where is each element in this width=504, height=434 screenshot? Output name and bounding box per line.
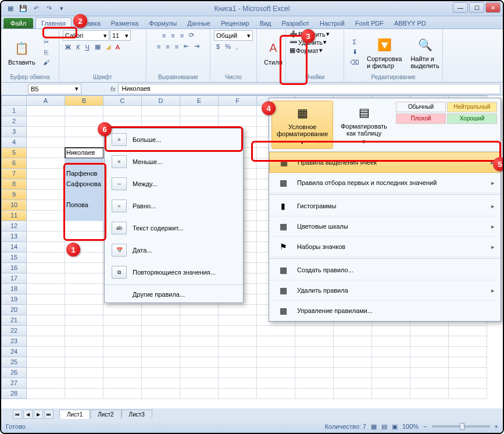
row-header[interactable]: 19	[1, 294, 27, 305]
comma-icon[interactable]: ,	[234, 42, 240, 51]
zoom-out-icon[interactable]: −	[423, 423, 427, 430]
cell[interactable]	[142, 106, 180, 116]
cell[interactable]	[27, 315, 65, 326]
tab-abbyy[interactable]: ABBYY PD	[389, 18, 431, 29]
cell[interactable]	[372, 347, 410, 357]
cell[interactable]	[65, 232, 103, 242]
conditional-formatting-button[interactable]: ▦ Условное форматирование▾	[271, 101, 333, 149]
cf-iconsets[interactable]: ⚑ Наборы значков ▸	[269, 237, 501, 257]
cell[interactable]	[410, 357, 449, 368]
view-layout-icon[interactable]: ▤	[381, 423, 387, 431]
tab-developer[interactable]: Разработ	[277, 18, 314, 29]
cell[interactable]	[180, 368, 219, 378]
cell[interactable]	[65, 347, 103, 357]
cell[interactable]	[180, 357, 219, 368]
cell[interactable]	[65, 389, 103, 399]
border-button[interactable]: ▦	[92, 42, 103, 52]
cell[interactable]	[257, 368, 295, 378]
cell[interactable]	[410, 378, 449, 389]
paste-button[interactable]: 📋 Вставить	[5, 38, 39, 67]
copy-icon[interactable]: ⎘	[41, 48, 52, 57]
cell[interactable]	[219, 326, 257, 336]
styles-button[interactable]: A Стили	[260, 38, 286, 67]
tab-layout[interactable]: Разметка	[106, 18, 144, 29]
cell[interactable]	[295, 357, 334, 368]
row-header[interactable]: 4	[1, 137, 27, 148]
cf-manage-rules[interactable]: ▦ Управление правилами...	[269, 301, 501, 321]
cell[interactable]: Парфенов	[65, 169, 103, 179]
cell[interactable]	[334, 357, 372, 368]
cell[interactable]	[27, 326, 65, 336]
cell[interactable]	[142, 336, 180, 347]
cell[interactable]	[27, 284, 65, 294]
cell[interactable]	[27, 211, 65, 221]
cell[interactable]	[65, 357, 103, 368]
cell[interactable]	[27, 190, 65, 200]
tab-foxit[interactable]: Foxit PDF	[350, 18, 389, 29]
cell[interactable]	[449, 326, 487, 336]
row-header[interactable]: 22	[1, 326, 27, 336]
cell[interactable]	[27, 378, 65, 389]
cell[interactable]	[334, 389, 372, 399]
currency-icon[interactable]: $	[214, 42, 222, 51]
cell[interactable]	[65, 263, 103, 273]
cell[interactable]	[27, 263, 65, 273]
cell[interactable]	[410, 347, 449, 357]
cell[interactable]	[103, 326, 142, 336]
cell[interactable]	[65, 294, 103, 305]
align-top-icon[interactable]: ≡	[160, 31, 168, 40]
cell[interactable]	[142, 368, 180, 378]
row-header[interactable]: 9	[1, 190, 27, 200]
formula-bar[interactable]: Николаев	[118, 84, 501, 94]
row-header[interactable]: 28	[1, 389, 27, 399]
cell[interactable]	[65, 106, 103, 116]
tab-view[interactable]: Вид	[255, 18, 277, 29]
cell[interactable]	[219, 389, 257, 399]
cell[interactable]	[65, 378, 103, 389]
cf-databars[interactable]: ▮ Гистограммы ▸	[269, 196, 501, 216]
cell[interactable]	[295, 336, 334, 347]
row-header[interactable]: 27	[1, 378, 27, 389]
cell[interactable]	[372, 326, 410, 336]
cell[interactable]	[219, 336, 257, 347]
cell[interactable]	[142, 315, 180, 326]
fill-color-button[interactable]: ◢	[103, 42, 113, 52]
cell[interactable]	[180, 315, 219, 326]
cell[interactable]	[449, 347, 487, 357]
cell[interactable]	[27, 158, 65, 169]
cell[interactable]	[27, 127, 65, 137]
close-button[interactable]: ✕	[485, 2, 501, 13]
cell[interactable]	[219, 116, 257, 127]
cell[interactable]	[334, 347, 372, 357]
cell[interactable]	[295, 326, 334, 336]
cf-top-rules[interactable]: ▦ Правила отбора первых и последних знач…	[269, 173, 501, 193]
cell[interactable]	[103, 336, 142, 347]
sheet-prev-icon[interactable]: ◀	[23, 410, 33, 419]
cell[interactable]	[180, 305, 219, 315]
indent-increase-icon[interactable]: ⇥	[192, 41, 202, 51]
zoom-slider[interactable]	[432, 425, 490, 428]
cell[interactable]	[449, 336, 487, 347]
undo-icon[interactable]: ↶	[30, 3, 42, 15]
cell[interactable]	[27, 200, 65, 211]
rule-duplicate[interactable]: ⧉Повторяющиеся значения...	[105, 261, 243, 283]
sort-filter-button[interactable]: 🔽 Сортировка и фильтр	[363, 34, 405, 70]
cell[interactable]	[142, 378, 180, 389]
cell[interactable]	[27, 357, 65, 368]
cell[interactable]: Николаев	[65, 148, 103, 158]
align-left-icon[interactable]: ≡	[155, 42, 163, 51]
row-header[interactable]: 26	[1, 368, 27, 378]
cell[interactable]	[27, 368, 65, 378]
style-good[interactable]: Хороший	[447, 113, 497, 124]
cell[interactable]	[410, 336, 449, 347]
cell[interactable]	[65, 305, 103, 315]
row-header[interactable]: 8	[1, 179, 27, 190]
row-header[interactable]: 6	[1, 158, 27, 169]
cell[interactable]	[372, 357, 410, 368]
cell[interactable]	[65, 336, 103, 347]
cell[interactable]	[27, 252, 65, 263]
cell[interactable]: Сафронова	[65, 179, 103, 190]
row-header[interactable]: 24	[1, 347, 27, 357]
row-header[interactable]: 12	[1, 221, 27, 232]
cell[interactable]	[27, 179, 65, 190]
